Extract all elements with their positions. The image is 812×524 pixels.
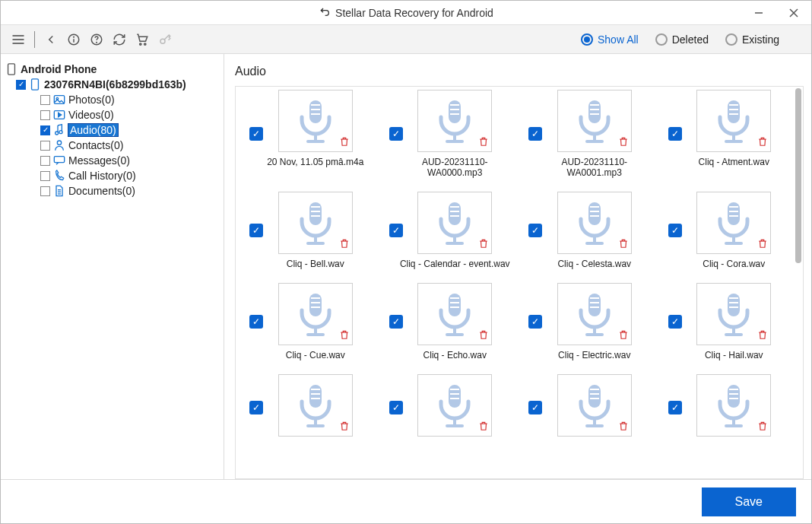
file-checkbox[interactable]	[249, 127, 263, 141]
filter-existing[interactable]: Existing	[725, 33, 779, 46]
file-thumbnail[interactable]	[417, 283, 492, 345]
file-cell[interactable]	[655, 374, 790, 441]
help-icon[interactable]	[88, 31, 105, 48]
microphone-icon	[430, 289, 479, 340]
file-checkbox[interactable]	[528, 401, 542, 414]
file-cell[interactable]	[376, 374, 511, 441]
microphone-icon	[291, 289, 340, 340]
file-name: AUD-20231110-WA0000.mp3	[400, 157, 511, 178]
item-checkbox[interactable]	[40, 125, 50, 135]
trash-icon	[757, 329, 768, 342]
file-cell[interactable]: Cliq - Calendar - event.wav	[376, 192, 511, 269]
file-thumbnail[interactable]	[696, 283, 771, 345]
file-thumbnail[interactable]	[278, 283, 353, 345]
svg-rect-117	[732, 418, 735, 424]
file-checkbox[interactable]	[249, 315, 263, 329]
file-cell[interactable]: Cliq - Electric.wav	[515, 283, 650, 360]
file-thumbnail[interactable]	[696, 374, 771, 437]
file-thumbnail[interactable]	[557, 192, 632, 254]
file-checkbox[interactable]	[389, 224, 403, 237]
file-thumbnail[interactable]	[417, 192, 492, 254]
sidebar-item-doc[interactable]: Documents(0)	[5, 183, 219, 198]
device-checkbox[interactable]	[16, 80, 26, 90]
item-checkbox[interactable]	[40, 141, 50, 151]
item-checkbox[interactable]	[40, 95, 50, 105]
file-cell[interactable]: Cliq - Atment.wav	[655, 90, 790, 178]
file-cell[interactable]: Cliq - Celesta.wav	[515, 192, 650, 269]
svg-rect-99	[314, 418, 317, 424]
file-cell[interactable]: Cliq - Bell.wav	[236, 192, 371, 269]
cart-icon[interactable]	[134, 31, 151, 48]
item-checkbox[interactable]	[40, 171, 50, 181]
close-button[interactable]	[776, 1, 811, 25]
sidebar-item-video[interactable]: Videos(0)	[5, 107, 219, 122]
video-icon	[53, 109, 65, 121]
minimize-button[interactable]	[741, 1, 776, 25]
sidebar-item-contact[interactable]: Contacts(0)	[5, 138, 219, 153]
message-icon	[53, 154, 65, 167]
nav-back-icon[interactable]	[43, 31, 59, 48]
file-cell[interactable]: Cliq - Hail.wav	[655, 283, 790, 360]
file-cell[interactable]: Cliq - Echo.wav	[376, 283, 511, 360]
item-checkbox[interactable]	[40, 186, 50, 196]
svg-rect-116	[728, 385, 740, 408]
refresh-icon[interactable]	[111, 31, 128, 48]
file-cell[interactable]: 20 Nov, 11.05 pmâ.m4a	[236, 90, 371, 178]
file-thumbnail[interactable]	[278, 192, 353, 254]
file-cell[interactable]	[515, 374, 650, 441]
info-icon[interactable]	[65, 31, 82, 48]
file-thumbnail[interactable]	[417, 90, 492, 152]
file-thumbnail[interactable]	[278, 90, 353, 152]
file-cell[interactable]: AUD-20231110-WA0000.mp3	[376, 90, 511, 178]
file-thumbnail[interactable]	[278, 374, 353, 437]
sidebar-item-message[interactable]: Messages(0)	[5, 153, 219, 168]
file-checkbox[interactable]	[668, 224, 682, 237]
trash-icon	[618, 238, 629, 251]
file-checkbox[interactable]	[528, 127, 542, 141]
sidebar-item-image[interactable]: Photos(0)	[5, 92, 219, 107]
scrollbar[interactable]	[795, 88, 801, 263]
key-icon[interactable]	[157, 31, 173, 48]
radio-icon	[725, 33, 737, 46]
file-cell[interactable]: Cliq - Cora.wav	[655, 192, 790, 269]
sidebar-item-music[interactable]: Audio(80)	[5, 122, 219, 138]
file-checkbox[interactable]	[668, 315, 682, 329]
file-thumbnail[interactable]	[557, 374, 632, 437]
file-checkbox[interactable]	[389, 401, 403, 414]
file-checkbox[interactable]	[249, 401, 263, 414]
item-checkbox[interactable]	[40, 156, 50, 166]
file-thumbnail[interactable]	[696, 192, 771, 254]
save-button[interactable]: Save	[702, 487, 796, 516]
file-thumbnail[interactable]	[557, 90, 632, 152]
file-checkbox[interactable]	[389, 127, 403, 141]
grid-scroll[interactable]: 20 Nov, 11.05 pmâ.m4a AUD-20231110-WA000…	[235, 86, 804, 479]
microphone-icon	[570, 96, 619, 147]
file-thumbnail[interactable]	[557, 283, 632, 345]
footer: Save	[1, 479, 811, 523]
file-checkbox[interactable]	[389, 315, 403, 329]
svg-rect-86	[588, 294, 601, 316]
file-checkbox[interactable]	[668, 127, 682, 141]
item-checkbox[interactable]	[40, 110, 50, 120]
file-checkbox[interactable]	[528, 315, 542, 329]
file-thumbnail[interactable]	[696, 90, 771, 152]
item-label: Videos(0)	[68, 109, 114, 121]
svg-rect-32	[449, 100, 461, 123]
sidebar-item-call[interactable]: Call History(0)	[5, 168, 219, 183]
file-cell[interactable]: AUD-20231110-WA0001.mp3	[515, 90, 650, 178]
file-checkbox[interactable]	[249, 224, 263, 237]
file-checkbox[interactable]	[528, 224, 542, 237]
file-thumbnail[interactable]	[417, 374, 492, 437]
file-name: AUD-20231110-WA0001.mp3	[539, 157, 650, 178]
tree-root[interactable]: Android Phone	[5, 62, 219, 77]
filter-deleted[interactable]: Deleted	[655, 33, 709, 46]
file-cell[interactable]: Cliq - Cue.wav	[236, 283, 371, 360]
file-cell[interactable]	[236, 374, 371, 441]
microphone-icon	[570, 289, 619, 340]
menu-icon[interactable]	[10, 31, 27, 48]
svg-rect-70	[725, 242, 743, 245]
doc-icon	[53, 185, 65, 197]
tree-device[interactable]: 23076RN4BI(6b8299bd163b)	[5, 77, 219, 92]
filter-show-all[interactable]: Show All	[581, 33, 639, 46]
file-checkbox[interactable]	[668, 401, 682, 414]
